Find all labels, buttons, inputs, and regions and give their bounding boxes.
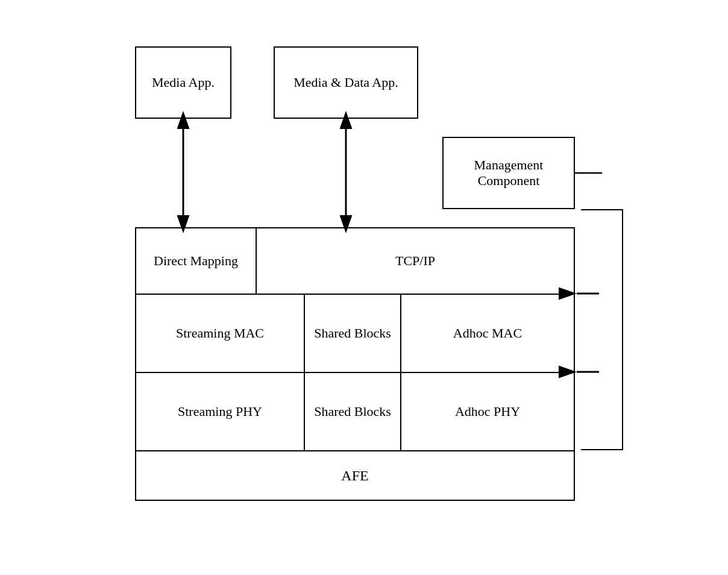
shared-blocks-phy-cell: Shared Blocks bbox=[305, 373, 401, 450]
shared-blocks-phy-label: Shared Blocks bbox=[314, 404, 391, 419]
media-app-label: Media App. bbox=[152, 75, 215, 90]
tcpip-cell: TCP/IP bbox=[257, 228, 574, 294]
direct-mapping-label: Direct Mapping bbox=[154, 253, 238, 269]
streaming-mac-cell: Streaming MAC bbox=[136, 295, 305, 372]
media-app-box: Media App. bbox=[135, 46, 231, 119]
adhoc-mac-label: Adhoc MAC bbox=[453, 325, 522, 341]
main-grid: Direct Mapping TCP/IP Streaming MAC Shar… bbox=[135, 227, 575, 501]
row-2: Streaming MAC Shared Blocks Adhoc MAC bbox=[136, 295, 574, 373]
afe-cell: AFE bbox=[136, 451, 574, 500]
tcpip-label: TCP/IP bbox=[395, 253, 435, 269]
afe-label: AFE bbox=[341, 468, 368, 484]
streaming-phy-cell: Streaming PHY bbox=[136, 373, 305, 450]
streaming-mac-label: Streaming MAC bbox=[176, 325, 264, 341]
management-label: Management Component bbox=[444, 157, 574, 189]
direct-mapping-cell: Direct Mapping bbox=[136, 228, 257, 294]
row-3: Streaming PHY Shared Blocks Adhoc PHY bbox=[136, 373, 574, 451]
shared-blocks-mac-cell: Shared Blocks bbox=[305, 295, 401, 372]
media-data-app-label: Media & Data App. bbox=[293, 75, 398, 90]
media-data-app-box: Media & Data App. bbox=[274, 46, 418, 119]
row-1: Direct Mapping TCP/IP bbox=[136, 228, 574, 295]
streaming-phy-label: Streaming PHY bbox=[178, 404, 262, 419]
adhoc-phy-label: Adhoc PHY bbox=[455, 404, 520, 419]
management-box: Management Component bbox=[442, 137, 575, 209]
right-bar bbox=[581, 209, 623, 450]
adhoc-phy-cell: Adhoc PHY bbox=[401, 373, 574, 450]
architecture-diagram: Media App. Media & Data App. Management … bbox=[105, 40, 623, 535]
row-4: AFE bbox=[136, 451, 574, 500]
shared-blocks-mac-label: Shared Blocks bbox=[314, 325, 391, 341]
adhoc-mac-cell: Adhoc MAC bbox=[401, 295, 574, 372]
